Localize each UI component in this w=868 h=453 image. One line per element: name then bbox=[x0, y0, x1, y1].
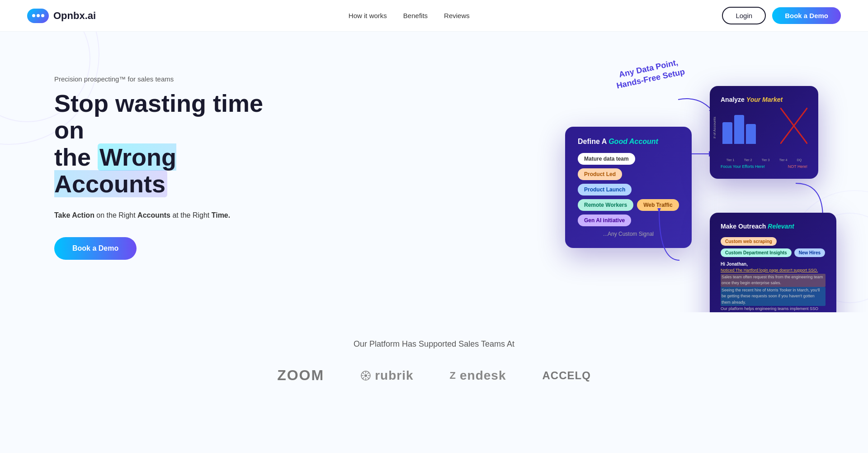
outreach-card: Make Outreach Relevant Custom web scrapi… bbox=[710, 213, 836, 312]
tag-custom-dept: Custom Department Insights bbox=[721, 248, 792, 257]
tag-remote-workers: Remote Workers bbox=[578, 199, 633, 211]
rubrik-icon bbox=[360, 370, 371, 381]
x-label-tier2: Tier 2 bbox=[744, 158, 752, 162]
svg-point-3 bbox=[364, 374, 367, 377]
outreach-tags: Custom web scraping Custom Department In… bbox=[721, 237, 826, 257]
msg-line4: Our platform helps engineering teams imp… bbox=[721, 306, 826, 312]
hero-body-part4: at the Right bbox=[170, 211, 212, 219]
rubrik-wordmark: rubrik bbox=[375, 368, 413, 383]
arrow-outreach-to-define bbox=[655, 208, 682, 262]
bar-tier3 bbox=[746, 124, 756, 144]
logo-accelq: ACCELQ bbox=[542, 369, 590, 382]
nav-links: How it works Benefits Reviews bbox=[349, 12, 470, 19]
chart-x-overlay bbox=[780, 108, 807, 144]
logo-dot-3 bbox=[41, 14, 44, 17]
chart-footer: Focus Your Efforts Here! NOT Here! bbox=[721, 164, 807, 169]
book-demo-button-nav[interactable]: Book a Demo bbox=[772, 7, 841, 24]
logos-title: Our Platform Has Supported Sales Teams A… bbox=[0, 339, 868, 349]
svg-line-9 bbox=[368, 377, 369, 379]
logos-row: ZOOM rubrik Z endesk ACCELQ bbox=[0, 367, 868, 384]
curved-text: Any Data Point, Hands-Free Setup bbox=[613, 56, 686, 91]
zendesk-z-icon: Z bbox=[450, 370, 456, 381]
outreach-message: Hi Jonathan, Noticed The Hartford login … bbox=[721, 261, 826, 312]
nav-actions: Login Book a Demo bbox=[722, 7, 841, 24]
zendesk-wordmark: endesk bbox=[460, 368, 506, 383]
logo-dots bbox=[32, 14, 44, 17]
hero-title: Stop wasting time on the Wrong Accounts bbox=[54, 90, 289, 198]
hero-section: Precision prospecting™ for sales teams S… bbox=[0, 32, 868, 312]
logo[interactable]: Opnbx.ai bbox=[27, 9, 96, 23]
logo-icon bbox=[27, 9, 49, 23]
tag-new-hires: New Hires bbox=[794, 248, 825, 257]
outreach-card-title: Make Outreach Relevant bbox=[721, 223, 826, 230]
nav-link-reviews[interactable]: Reviews bbox=[444, 12, 470, 19]
accelq-wordmark: ACCELQ bbox=[542, 369, 590, 382]
nav-link-benefits[interactable]: Benefits bbox=[403, 12, 428, 19]
login-button[interactable]: Login bbox=[722, 7, 766, 24]
x-label-tier4: Tier 4 bbox=[779, 158, 788, 162]
hero-subtitle: Precision prospecting™ for sales teams bbox=[54, 75, 289, 83]
x-label-dq: DQ bbox=[797, 158, 802, 162]
hero-illustration: Any Data Point, Hands-Free Setup Define … bbox=[552, 59, 832, 276]
msg-line1: Noticed The Hartford login page doesn't … bbox=[721, 267, 826, 274]
analyze-card: Analyze Your Market # of Accounts bbox=[710, 86, 818, 179]
hero-left: Precision prospecting™ for sales teams S… bbox=[54, 75, 289, 260]
tag-custom-web: Custom web scraping bbox=[721, 237, 777, 246]
svg-line-8 bbox=[363, 372, 364, 374]
logo-rubrik: rubrik bbox=[360, 368, 413, 383]
msg-line3: Seeing the recent hire of Morris Tooker … bbox=[721, 287, 826, 306]
x-label-tier1: Tier 1 bbox=[726, 158, 735, 162]
hero-title-line1: Stop wasting time on bbox=[54, 90, 263, 143]
msg-line2: Sales team often request this from the e… bbox=[721, 274, 826, 287]
accounts-text: Accounts bbox=[137, 211, 170, 219]
msg-greeting: Hi Jonathan, bbox=[721, 261, 826, 267]
time-text: Time. bbox=[212, 211, 231, 219]
tag-mature-data-team: Mature data team bbox=[578, 153, 635, 165]
book-demo-button-hero[interactable]: Book a Demo bbox=[54, 237, 137, 260]
svg-line-11 bbox=[363, 377, 364, 379]
tag-gen-ai: Gen AI initiative bbox=[578, 215, 631, 226]
x-label-tier3: Tier 3 bbox=[762, 158, 770, 162]
chart-x-labels: Tier 1 Tier 2 Tier 3 Tier 4 DQ bbox=[721, 157, 807, 162]
logo-dot-1 bbox=[32, 14, 35, 17]
bar-tier2 bbox=[734, 115, 744, 144]
outreach-card-accent: Relevant bbox=[768, 223, 794, 230]
logo-dot-2 bbox=[37, 14, 40, 17]
hero-body: Take Action on the Right Accounts at the… bbox=[54, 210, 289, 221]
svg-line-10 bbox=[368, 372, 369, 374]
logo-zoom: ZOOM bbox=[277, 367, 324, 384]
chart-footer-green: Focus Your Efforts Here! bbox=[721, 164, 765, 169]
analyze-card-accent: Your Market bbox=[746, 96, 783, 103]
navigation: Opnbx.ai How it works Benefits Reviews L… bbox=[0, 0, 868, 32]
nav-link-how-it-works[interactable]: How it works bbox=[349, 12, 387, 19]
bar-tier1 bbox=[722, 122, 732, 144]
chart-y-label: # of Accounts bbox=[712, 117, 717, 138]
logo-zendesk: Z endesk bbox=[450, 368, 506, 383]
take-action-text: Take Action bbox=[54, 211, 94, 219]
analyze-card-title: Analyze Your Market bbox=[721, 96, 807, 103]
chart-footer-red: NOT Here! bbox=[788, 164, 807, 169]
tag-product-launch: Product Launch bbox=[578, 184, 632, 196]
zoom-wordmark: ZOOM bbox=[277, 367, 324, 384]
define-card-title: Define A Good Account bbox=[578, 138, 679, 146]
hero-title-line2: the Wrong Accounts bbox=[54, 143, 176, 197]
tag-product-led: Product Led bbox=[578, 168, 622, 180]
chart-area: # of Accounts bbox=[721, 108, 807, 153]
define-card-accent: Good Account bbox=[609, 138, 658, 145]
logo-text: Opnbx.ai bbox=[53, 10, 96, 22]
logos-section: Our Platform Has Supported Sales Teams A… bbox=[0, 312, 868, 420]
hero-body-part2: on the Right bbox=[94, 211, 137, 219]
